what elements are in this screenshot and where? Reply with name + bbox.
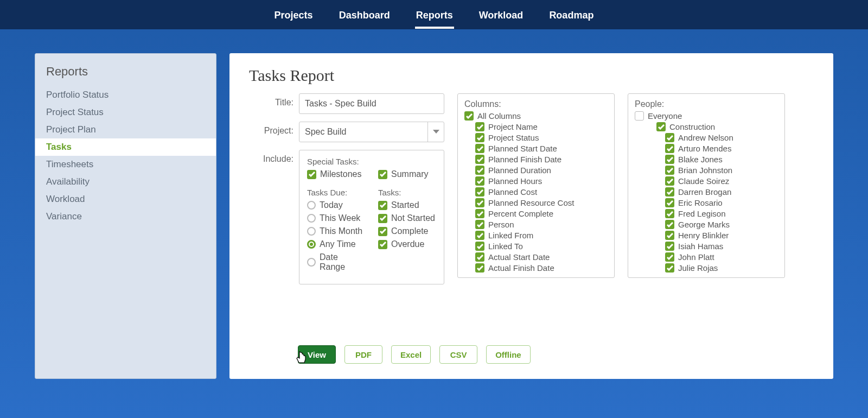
tasks-label: Tasks: xyxy=(378,188,436,197)
topnav-projects[interactable]: Projects xyxy=(273,2,314,28)
project-select[interactable]: Spec Build xyxy=(299,122,444,142)
tasks-due-any-time[interactable]: Any Time xyxy=(307,239,365,249)
people-member-isiah-hamas[interactable]: Isiah Hamas xyxy=(635,242,778,251)
checkbox-icon xyxy=(475,122,484,131)
project-label: Project: xyxy=(249,122,299,136)
title-input[interactable] xyxy=(299,93,444,114)
checkbox-icon xyxy=(665,166,674,175)
people-member-andrew-nelson[interactable]: Andrew Nelson xyxy=(635,133,778,142)
column-project-name[interactable]: Project Name xyxy=(464,122,608,131)
checkbox-icon xyxy=(307,170,316,179)
title-label: Title: xyxy=(249,93,299,107)
sidebar-item-availability[interactable]: Availability xyxy=(35,173,216,191)
column-linked-from-label: Linked From xyxy=(488,231,533,240)
column-planned-resource-cost-label: Planned Resource Cost xyxy=(488,198,574,207)
task-state-complete[interactable]: Complete xyxy=(378,226,436,236)
people-group-construction[interactable]: Construction xyxy=(635,122,778,131)
people-member-henry-blinkler[interactable]: Henry Blinkler xyxy=(635,231,778,240)
checkbox-icon xyxy=(475,242,484,251)
checkbox-icon xyxy=(475,133,484,142)
column-planned-duration[interactable]: Planned Duration xyxy=(464,166,608,175)
people-member-isiah-hamas-label: Isiah Hamas xyxy=(678,242,723,251)
column-actual-start-date[interactable]: Actual Start Date xyxy=(464,252,608,262)
people-member-eric-rosario[interactable]: Eric Rosario xyxy=(635,198,778,207)
people-member-john-platt[interactable]: John Platt xyxy=(635,252,778,262)
checkbox-icon xyxy=(665,155,674,164)
column-person-label: Person xyxy=(488,220,514,229)
sidebar-item-variance[interactable]: Variance xyxy=(35,208,216,225)
topnav-reports[interactable]: Reports xyxy=(415,2,454,28)
column-linked-to[interactable]: Linked To xyxy=(464,242,608,251)
people-member-george-marks[interactable]: George Marks xyxy=(635,220,778,229)
sidebar-item-portfolio-status[interactable]: Portfolio Status xyxy=(35,86,216,104)
column-planned-cost-label: Planned Cost xyxy=(488,187,537,197)
excel-button[interactable]: Excel xyxy=(391,345,431,364)
topnav-dashboard[interactable]: Dashboard xyxy=(338,2,391,28)
column-planned-hours[interactable]: Planned Hours xyxy=(464,176,608,186)
people-member-darren-brogan[interactable]: Darren Brogan xyxy=(635,187,778,197)
people-member-henry-blinkler-label: Henry Blinkler xyxy=(678,231,729,240)
task-state-overdue[interactable]: Overdue xyxy=(378,239,436,249)
include-box: Special Tasks: MilestonesSummary Tasks D… xyxy=(299,150,444,284)
people-member-blake-jones[interactable]: Blake Jones xyxy=(635,155,778,164)
column-planned-finish-date[interactable]: Planned Finish Date xyxy=(464,155,608,164)
people-member-george-marks-label: George Marks xyxy=(678,220,730,229)
people-panel: People:EveryoneConstructionAndrew Nelson… xyxy=(628,93,785,278)
column-linked-from[interactable]: Linked From xyxy=(464,231,608,240)
checkbox-icon xyxy=(665,220,674,229)
column-percent-complete[interactable]: Percent Complete xyxy=(464,209,608,218)
people-everyone-label: Everyone xyxy=(648,111,682,121)
special-tasks-label: Special Tasks: xyxy=(307,157,436,166)
reports-sidebar: Reports Portfolio StatusProject StatusPr… xyxy=(35,53,216,379)
tasks-due-this-month[interactable]: This Month xyxy=(307,226,365,236)
column-planned-resource-cost[interactable]: Planned Resource Cost xyxy=(464,198,608,207)
checkbox-icon xyxy=(475,198,484,207)
sidebar-item-project-plan[interactable]: Project Plan xyxy=(35,121,216,138)
pdf-button[interactable]: PDF xyxy=(344,345,382,364)
people-member-fred-legison[interactable]: Fred Legison xyxy=(635,209,778,218)
csv-button[interactable]: CSV xyxy=(439,345,477,364)
task-state-started[interactable]: Started xyxy=(378,200,436,210)
special-task-summary[interactable]: Summary xyxy=(378,169,436,179)
sidebar-item-tasks[interactable]: Tasks xyxy=(35,138,216,156)
column-actual-finish-date[interactable]: Actual Finish Date xyxy=(464,263,608,273)
people-member-brian-johnston[interactable]: Brian Johnston xyxy=(635,166,778,175)
people-member-julie-rojas[interactable]: Julie Rojas xyxy=(635,263,778,273)
tasks-due-date-range[interactable]: Date Range xyxy=(307,252,365,272)
people-member-andrew-nelson-label: Andrew Nelson xyxy=(678,133,733,142)
column-project-status[interactable]: Project Status xyxy=(464,133,608,142)
view-button[interactable]: View xyxy=(298,345,336,364)
checkbox-icon xyxy=(378,227,387,236)
topnav-workload[interactable]: Workload xyxy=(478,2,525,28)
checkbox-icon xyxy=(378,240,387,249)
people-scroll[interactable]: People:EveryoneConstructionAndrew Nelson… xyxy=(628,94,784,277)
people-member-claude-soirez[interactable]: Claude Soirez xyxy=(635,176,778,186)
tasks-due-this-week[interactable]: This Week xyxy=(307,213,365,223)
sidebar-item-workload[interactable]: Workload xyxy=(35,191,216,208)
column-planned-hours-label: Planned Hours xyxy=(488,176,542,186)
tasks-due-today[interactable]: Today xyxy=(307,200,365,210)
task-state-complete-label: Complete xyxy=(391,226,428,236)
people-everyone[interactable]: Everyone xyxy=(635,111,778,121)
special-task-milestones[interactable]: Milestones xyxy=(307,169,365,179)
sidebar-item-timesheets[interactable]: Timesheets xyxy=(35,156,216,173)
columns-scroll[interactable]: Columns:All ColumnsProject NameProject S… xyxy=(458,94,614,277)
checkbox-icon xyxy=(475,231,484,240)
column-planned-cost[interactable]: Planned Cost xyxy=(464,187,608,197)
column-actual-start-date-label: Actual Start Date xyxy=(488,252,550,262)
people-label: People: xyxy=(635,99,778,109)
people-member-julie-rojas-label: Julie Rojas xyxy=(678,263,718,273)
people-member-brian-johnston-label: Brian Johnston xyxy=(678,166,732,175)
people-member-arturo-mendes[interactable]: Arturo Mendes xyxy=(635,144,778,153)
topnav-roadmap[interactable]: Roadmap xyxy=(548,2,595,28)
sidebar-item-project-status[interactable]: Project Status xyxy=(35,104,216,121)
columns-all[interactable]: All Columns xyxy=(464,111,608,121)
column-actual-finish-date-label: Actual Finish Date xyxy=(488,263,554,273)
task-state-not-started[interactable]: Not Started xyxy=(378,213,436,223)
column-person[interactable]: Person xyxy=(464,220,608,229)
checkbox-icon xyxy=(475,220,484,229)
column-planned-start-date[interactable]: Planned Start Date xyxy=(464,144,608,153)
offline-button[interactable]: Offline xyxy=(486,345,531,364)
checkbox-icon xyxy=(665,263,674,273)
checkbox-icon xyxy=(475,187,484,197)
